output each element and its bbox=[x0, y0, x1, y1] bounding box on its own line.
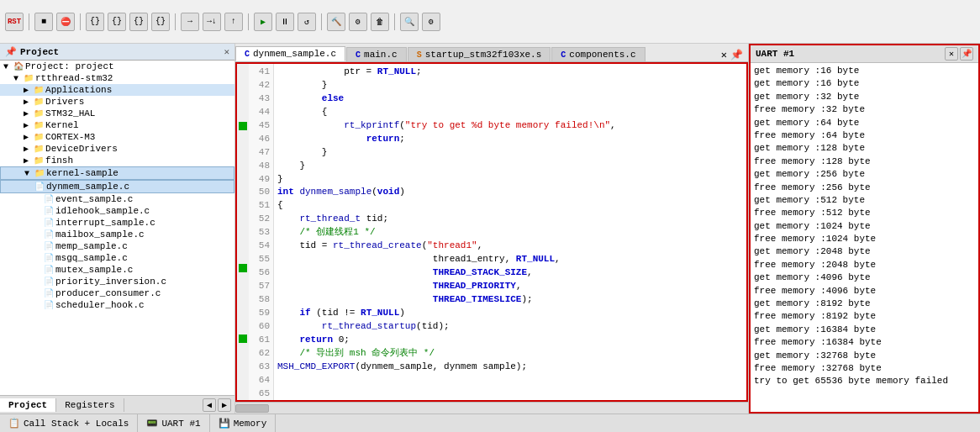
tree-left-btn[interactable]: ◀ bbox=[203, 398, 216, 412]
line-number: 58 bbox=[249, 293, 270, 307]
tree-item-memp_sample_c[interactable]: 📄 memp_sample.c bbox=[0, 240, 234, 252]
tree-item-kernel[interactable]: ▶ 📁 Kernel bbox=[0, 119, 234, 131]
tab-project[interactable]: Project bbox=[0, 398, 56, 412]
project-close-icon[interactable]: ✕ bbox=[224, 46, 229, 57]
tree-item-scheduler_hook_c[interactable]: 📄 scheduler_hook.c bbox=[0, 299, 234, 311]
editor-close-btn[interactable]: ✕ bbox=[721, 49, 727, 61]
uart-line: get memory :32768 byte bbox=[754, 350, 975, 362]
tree-item-interrupt_sample_c[interactable]: 📄 interrupt_sample.c bbox=[0, 217, 234, 229]
rst-button[interactable]: RST bbox=[5, 13, 24, 31]
status-memory[interactable]: 💾 Memory bbox=[210, 414, 277, 432]
step-out[interactable]: ↑ bbox=[224, 13, 243, 31]
reset-button[interactable]: ↺ bbox=[298, 13, 316, 31]
status-call-stack[interactable]: 📋 Call Stack + Locals bbox=[0, 414, 138, 432]
build-btn[interactable]: 🔨 bbox=[327, 13, 345, 31]
uart-controls: ✕ 📌 bbox=[945, 47, 973, 61]
uart-line: free memory :4096 byte bbox=[754, 285, 975, 298]
uart-line: try to get 65536 byte memory failed bbox=[754, 375, 975, 387]
editor-tab-components_c[interactable]: C components.c bbox=[551, 47, 645, 61]
code-line: tid = rt_thread_create("thread1", bbox=[277, 240, 743, 253]
tree-item-drivers[interactable]: ▶ 📁 Drivers bbox=[0, 96, 234, 108]
code-line: rt_thread_t tid; bbox=[277, 213, 743, 226]
code-area[interactable]: ptr = RT_NULL; } else { rt_kprintf("try … bbox=[274, 64, 746, 400]
tree-item-finsh[interactable]: ▶ 📁 finsh bbox=[0, 155, 234, 166]
tree-item-producer_consumer_c[interactable]: 📄 producer_consumer.c bbox=[0, 287, 234, 299]
rebuild-btn[interactable]: ⚙ bbox=[349, 13, 367, 31]
editor-scrollbar[interactable] bbox=[235, 402, 748, 414]
run-button[interactable]: ▶ bbox=[254, 13, 272, 31]
tab-registers[interactable]: Registers bbox=[56, 398, 124, 412]
line-number: 56 bbox=[249, 266, 270, 280]
tree-item-kernel_sample[interactable]: ▼ 📁 kernel-sample bbox=[0, 166, 234, 180]
tree-item-applications[interactable]: ▶ 📁 Applications bbox=[0, 84, 234, 96]
tree-item-label: interrupt_sample.c bbox=[55, 218, 155, 228]
toolbar-sep-6 bbox=[394, 13, 395, 30]
editor-tab-main_c[interactable]: C main.c bbox=[346, 47, 407, 61]
uart-close-btn[interactable]: ✕ bbox=[945, 47, 958, 61]
btn2[interactable]: {} bbox=[108, 13, 126, 31]
uart-line: get memory :8192 byte bbox=[754, 298, 975, 310]
line-number: 65 bbox=[249, 387, 270, 401]
tree-item-msgq_sample_c[interactable]: 📄 msgq_sample.c bbox=[0, 252, 234, 264]
uart-line: get memory :256 byte bbox=[754, 168, 975, 181]
tree-item-cortex_m3[interactable]: ▶ 📁 CORTEX-M3 bbox=[0, 131, 234, 143]
tree-item-idlehook_sample_c[interactable]: 📄 idlehook_sample.c bbox=[0, 205, 234, 217]
find-btn[interactable]: 🔍 bbox=[400, 13, 419, 31]
line-number: 52 bbox=[249, 213, 270, 226]
code-line: else bbox=[277, 92, 743, 106]
tree-right-btn[interactable]: ▶ bbox=[218, 398, 231, 412]
toolbar-sep-4 bbox=[248, 13, 249, 30]
callstack-label: Call Stack + Locals bbox=[24, 419, 129, 429]
breakpoint-marker[interactable] bbox=[239, 335, 247, 343]
tab-type-icon: C bbox=[356, 50, 361, 60]
tree-item-devicedrivers[interactable]: ▶ 📁 DeviceDrivers bbox=[0, 143, 234, 155]
disconnect-button[interactable]: ⛔ bbox=[56, 13, 75, 31]
tree-item-label: priority_inversion.c bbox=[55, 277, 166, 287]
tree-item-project__project[interactable]: ▼ 🏠 Project: project bbox=[0, 61, 234, 72]
breakpoint-marker[interactable] bbox=[239, 122, 247, 130]
btn1[interactable]: {} bbox=[86, 13, 104, 31]
status-uart[interactable]: 📟 UART #1 bbox=[138, 414, 209, 432]
code-line: /* 导出到 msh 命令列表中 */ bbox=[277, 347, 743, 361]
tree-item-label: Applications bbox=[45, 85, 112, 95]
tree-item-priority_inversion_c[interactable]: 📄 priority_inversion.c bbox=[0, 276, 234, 287]
tree-expand-icon: ▶ 📁 bbox=[24, 132, 44, 142]
breakpoint-marker[interactable] bbox=[239, 264, 247, 272]
tree-expand-icon: 📄 bbox=[44, 241, 54, 251]
code-line: { bbox=[277, 106, 743, 119]
tree-item-dynmem_sample_c[interactable]: 📄 dynmem_sample.c bbox=[0, 180, 234, 193]
line-marker bbox=[237, 171, 249, 188]
editor-pin-btn[interactable]: 📌 bbox=[730, 49, 743, 61]
line-number: 64 bbox=[249, 374, 270, 387]
tree-item-label: DeviceDrivers bbox=[45, 144, 118, 154]
code-line: rt_kprintf("try to get %d byte memory fa… bbox=[277, 119, 743, 133]
stop-button[interactable]: ■ bbox=[34, 13, 53, 31]
uart-output: get memory :16 byteget memory :16 bytege… bbox=[751, 63, 978, 412]
settings-btn[interactable]: ⚙ bbox=[422, 13, 440, 31]
tree-expand-icon: ▶ 📁 bbox=[24, 155, 44, 166]
tree-expand-icon: ▼ 🏠 bbox=[3, 61, 24, 71]
btn3[interactable]: {} bbox=[129, 13, 148, 31]
editor-tab-dynmem_sample_c[interactable]: C dynmem_sample.c bbox=[235, 46, 345, 61]
tree-item-stm32_hal[interactable]: ▶ 📁 STM32_HAL bbox=[0, 108, 234, 119]
tree-expand-icon: 📄 bbox=[44, 229, 54, 240]
tree-item-rtthread_stm32[interactable]: ▼ 📁 rtthread-stm32 bbox=[0, 72, 234, 84]
code-line: THREAD_TIMESLICE); bbox=[277, 293, 743, 307]
clean-btn[interactable]: 🗑 bbox=[371, 13, 389, 31]
step-into[interactable]: →↓ bbox=[203, 13, 221, 31]
uart-pin-btn[interactable]: 📌 bbox=[960, 47, 973, 61]
scrollbar-thumb[interactable] bbox=[235, 404, 269, 413]
tree-item-mailbox_sample_c[interactable]: 📄 mailbox_sample.c bbox=[0, 229, 234, 240]
step-over[interactable]: → bbox=[181, 13, 199, 31]
tree-expand-icon: 📄 bbox=[44, 206, 54, 216]
pause-button[interactable]: ⏸ bbox=[276, 13, 294, 31]
tree-item-event_sample_c[interactable]: 📄 event_sample.c bbox=[0, 193, 234, 205]
btn4[interactable]: {} bbox=[151, 13, 170, 31]
code-line: } bbox=[277, 79, 743, 92]
code-line: } bbox=[277, 146, 743, 160]
line-marker bbox=[237, 259, 249, 277]
editor-tab-startup_stm32f103xe_s[interactable]: S startup_stm32f103xe.s bbox=[408, 47, 551, 61]
tree-item-mutex_sample_c[interactable]: 📄 mutex_sample.c bbox=[0, 264, 234, 276]
code-line: return; bbox=[277, 133, 743, 146]
tree-item-label: Drivers bbox=[45, 97, 84, 107]
